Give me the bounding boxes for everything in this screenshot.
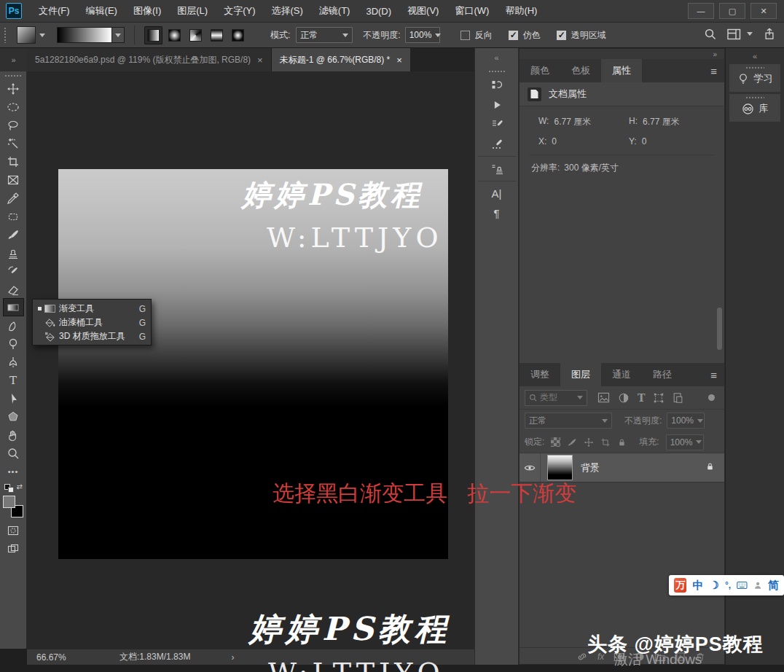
filter-pin-icon[interactable] <box>708 394 715 401</box>
angle-gradient-button[interactable] <box>187 26 205 44</box>
actions-panel-icon[interactable] <box>482 95 511 114</box>
link-layers-icon[interactable] <box>576 652 588 662</box>
menu-3d[interactable]: 3D(D) <box>358 0 399 23</box>
eyedropper-tool[interactable] <box>3 189 24 207</box>
ime-moon-icon[interactable]: ☽ <box>709 579 718 592</box>
tab-swatches[interactable]: 色板 <box>560 59 601 82</box>
document-tab-2[interactable]: 未标题-1 @ 66.7%(RGB/8) * × <box>272 48 410 71</box>
tab-layers[interactable]: 图层 <box>560 363 601 386</box>
layer-row-background[interactable]: 背景 <box>520 453 724 482</box>
foreground-color[interactable] <box>3 496 15 508</box>
radial-gradient-button[interactable] <box>165 26 184 44</box>
status-chevron-icon[interactable]: › <box>231 652 234 663</box>
layer-opacity-select[interactable]: 100% <box>667 413 705 429</box>
brush-tool[interactable] <box>3 225 24 243</box>
learn-panel-button[interactable]: 学习 <box>729 64 780 92</box>
tool-preset-chevron-icon[interactable] <box>39 34 45 37</box>
menu-view[interactable]: 视图(V) <box>399 0 447 23</box>
opacity-select[interactable]: 100% <box>405 27 440 43</box>
lock-all-icon[interactable] <box>617 437 627 448</box>
menu-image[interactable]: 图像(I) <box>125 0 169 23</box>
transparency-checkbox[interactable] <box>557 31 566 40</box>
layer-visibility-toggle[interactable] <box>520 453 541 482</box>
gradient-picker-chevron-icon[interactable] <box>112 27 125 43</box>
smudge-tool[interactable] <box>3 316 24 335</box>
tab-properties[interactable]: 属性 <box>601 59 642 82</box>
dither-checkbox[interactable] <box>509 31 518 40</box>
zoom-level[interactable]: 66.67% <box>36 652 89 663</box>
lasso-tool[interactable] <box>3 116 24 134</box>
transparency-option[interactable]: 透明区域 <box>557 29 606 42</box>
flyout-item-gradient[interactable]: 渐变工具 G <box>33 302 151 316</box>
tab-channels[interactable]: 通道 <box>601 363 642 386</box>
layer-filter-select[interactable]: 类型 <box>525 390 587 406</box>
panels-collapse-icon[interactable]: » <box>520 49 724 59</box>
menu-filter[interactable]: 滤镜(T) <box>311 0 358 23</box>
lock-transparent-icon[interactable] <box>551 437 560 447</box>
frame-tool[interactable] <box>3 171 24 189</box>
ime-punctuation-toggle[interactable]: °, <box>725 580 731 590</box>
panel-menu-icon[interactable]: ≡ <box>710 65 717 77</box>
menu-edit[interactable]: 编辑(E) <box>78 0 125 23</box>
panel-menu-icon[interactable]: ≡ <box>710 369 717 381</box>
panel-scrollbar[interactable] <box>717 308 722 350</box>
blend-mode-select[interactable]: 正常 <box>296 27 353 43</box>
strip-collapse-icon[interactable]: « <box>475 48 518 67</box>
menu-file[interactable]: 文件(F) <box>31 0 78 23</box>
marquee-tool[interactable] <box>3 98 24 116</box>
healing-patch-tool[interactable] <box>3 207 24 225</box>
menu-window[interactable]: 窗口(W) <box>447 0 497 23</box>
filter-shape-icon[interactable] <box>653 392 665 404</box>
layer-name[interactable]: 背景 <box>581 461 600 474</box>
share-icon[interactable] <box>764 28 775 40</box>
ime-language-toggle[interactable]: 中 <box>692 579 703 593</box>
lock-position-icon[interactable] <box>584 437 594 448</box>
reflected-gradient-button[interactable] <box>208 26 226 44</box>
history-brush-tool[interactable] <box>3 262 24 280</box>
filter-type-icon[interactable]: T <box>638 392 645 404</box>
ime-simplified-toggle[interactable]: 简 <box>768 579 779 593</box>
minimize-button[interactable]: — <box>688 3 714 19</box>
reverse-checkbox[interactable] <box>460 31 470 40</box>
menu-help[interactable]: 帮助(H) <box>497 0 545 23</box>
workspace-icon[interactable] <box>727 28 741 40</box>
eraser-tool[interactable] <box>3 280 24 298</box>
flyout-item-paint-bucket[interactable]: 油漆桶工具 G <box>33 316 151 329</box>
close-button[interactable]: ✕ <box>750 3 777 19</box>
ime-user-icon[interactable] <box>753 580 762 590</box>
dodge-tool[interactable] <box>3 335 24 353</box>
character-panel-icon[interactable]: A| <box>482 184 511 203</box>
reverse-option[interactable]: 反向 <box>460 29 493 42</box>
gradient-tool[interactable] <box>3 298 24 316</box>
filter-smart-object-icon[interactable] <box>673 392 683 404</box>
layer-fill-select[interactable]: 100% <box>666 434 704 450</box>
layer-blend-select[interactable]: 正常 <box>525 413 612 429</box>
maximize-button[interactable]: ▢ <box>719 3 745 19</box>
ime-brand-icon[interactable]: 万 <box>674 578 686 593</box>
menu-select[interactable]: 选择(S) <box>263 0 310 23</box>
tab-adjustments[interactable]: 调整 <box>520 363 560 386</box>
move-tool[interactable] <box>3 79 24 98</box>
brush-settings-panel-icon[interactable] <box>482 114 511 134</box>
search-icon[interactable] <box>704 28 716 40</box>
document-tab-1[interactable]: 5a1282180e6a9.psd @ 119% (版权禁止叠加图, RGB/8… <box>27 48 272 71</box>
tab-color[interactable]: 颜色 <box>520 59 560 82</box>
dither-option[interactable]: 仿色 <box>509 29 541 42</box>
hand-tool[interactable] <box>3 426 24 444</box>
magic-wand-tool[interactable] <box>3 134 24 152</box>
ime-keyboard-icon[interactable] <box>737 581 748 590</box>
filter-adjustment-icon[interactable] <box>618 392 630 404</box>
brushes-panel-icon[interactable] <box>482 134 511 154</box>
quick-mask-icon[interactable] <box>3 521 24 539</box>
toolbar-collapse-icon[interactable]: » <box>0 48 27 71</box>
layer-thumbnail[interactable] <box>547 455 573 480</box>
zoom-tool[interactable] <box>3 444 24 462</box>
clone-source-panel-icon[interactable] <box>482 159 511 179</box>
tool-preset-picker[interactable] <box>17 26 36 44</box>
rail-collapse-icon[interactable]: « <box>726 48 784 64</box>
more-tools-icon[interactable]: ••• <box>3 462 24 480</box>
crop-tool[interactable] <box>3 152 24 171</box>
path-select-tool[interactable] <box>3 389 24 407</box>
tab-paths[interactable]: 路径 <box>642 363 683 386</box>
lock-artboard-icon[interactable] <box>600 437 611 448</box>
